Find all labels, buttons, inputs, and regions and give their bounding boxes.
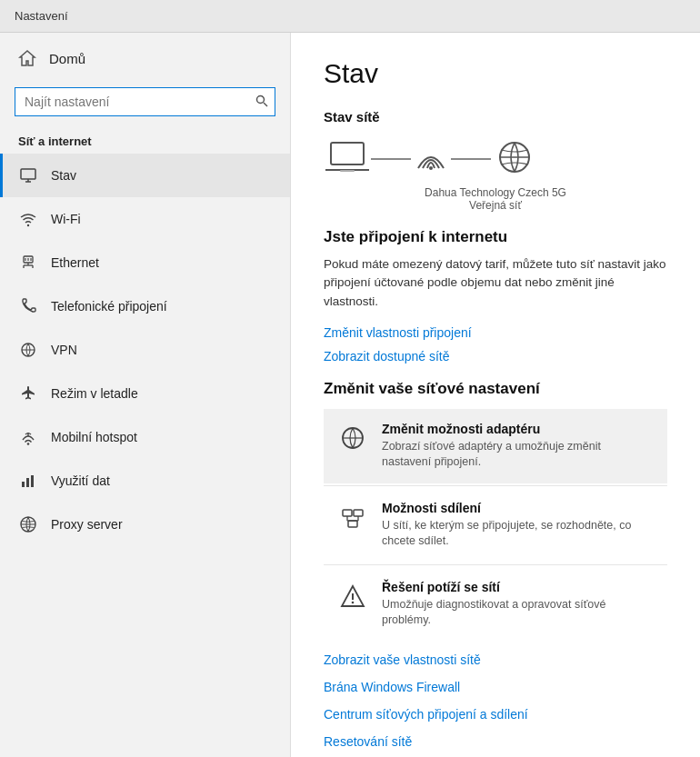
sharing-icon [338,503,367,532]
card-adapter[interactable]: Změnit možnosti adaptéru Zobrazí síťové … [324,409,667,483]
card-sharing-desc: U sítí, ke kterým se připojujete, se roz… [382,518,653,550]
link-show-networks[interactable]: Zobrazit dostupné sítě [324,349,667,364]
network-label: Dahua Technology Czech 5G Veřejná síť [324,186,667,212]
svg-rect-19 [31,475,34,487]
card-troubleshoot-title: Řešení potíží se sítí [382,580,653,594]
vpn-icon [18,340,38,360]
svg-point-5 [27,224,29,226]
nav-item-ethernet[interactable]: Ethernet [0,241,290,284]
connected-title: Jste připojení k internetu [324,228,667,246]
ethernet-icon [18,253,38,273]
svg-rect-32 [348,521,357,527]
sidebar-home-label: Domů [49,51,85,66]
sidebar-home[interactable]: Domů [0,33,290,84]
svg-rect-30 [343,510,352,516]
nav-label-stav: Stav [51,168,76,183]
card-sharing-text: Možnosti sdílení U sítí, ke kterým se př… [382,501,653,550]
bottom-links: Zobrazit vaše vlastnosti sítě Brána Wind… [324,652,667,749]
nav-item-wifi[interactable]: Wi-Fi [0,197,290,241]
svg-rect-24 [340,170,355,172]
nav-label-proxy: Proxy server [51,517,123,532]
svg-rect-22 [331,143,364,164]
nav-label-telefonni: Telefonické připojení [51,299,167,314]
wifi-icon [18,209,38,229]
chart-icon [18,471,38,491]
monitor-icon [18,165,38,185]
card-sharing-title: Možnosti sdílení [382,501,653,515]
nav-item-vpn[interactable]: VPN [0,328,290,372]
nav-label-hotspot: Mobilní hotspot [51,430,137,444]
nav-label-wifi: Wi-Fi [51,212,81,226]
globe-network-icon [491,139,538,179]
nav-item-vyuziti[interactable]: Využití dat [0,459,290,503]
card-troubleshoot[interactable]: Řešení potíží se sítí Umožňuje diagnosti… [324,567,667,642]
svg-point-39 [352,601,355,603]
phone-icon [18,296,38,316]
warning-icon [338,582,367,611]
link-firewall[interactable]: Brána Windows Firewall [324,680,667,694]
title-bar-label: Nastavení [15,9,68,23]
airplane-icon [18,383,38,403]
svg-point-0 [257,95,265,103]
page-title: Stav [324,58,667,89]
svg-line-1 [264,103,267,106]
card-troubleshoot-text: Řešení potíží se sítí Umožňuje diagnosti… [382,580,653,629]
adapter-icon [338,423,367,453]
svg-rect-17 [22,482,25,487]
search-box-wrap [0,84,290,127]
globe-icon [18,514,38,534]
main-content: Stav Stav sítě [291,33,700,757]
network-diagram [324,139,667,179]
search-wrap [15,87,275,116]
svg-rect-18 [26,478,29,487]
divider-1 [324,485,667,486]
svg-rect-2 [21,169,35,179]
link-view-properties[interactable]: Zobrazit vaše vlastnosti sítě [324,652,667,667]
nav-label-vyuziti: Využití dat [51,473,110,488]
hotspot-icon [18,427,38,447]
link-reset-network[interactable]: Resetování sítě [324,734,667,749]
nav-item-telefonni[interactable]: Telefonické připojení [0,284,290,328]
laptop-icon [324,139,371,179]
nav-label-vpn: VPN [51,343,77,357]
change-section-heading: Změnit vaše síťové nastavení [324,380,667,398]
link-change-properties[interactable]: Změnit vlastnosti připojení [324,325,667,340]
nav-label-ethernet: Ethernet [51,255,99,270]
sidebar: Domů Síť a internet [0,33,291,757]
nav-item-hotspot[interactable]: Mobilní hotspot [0,415,290,459]
nav-item-proxy[interactable]: Proxy server [0,503,290,546]
line-1 [371,158,411,160]
svg-rect-31 [354,510,363,516]
svg-point-25 [429,166,433,170]
card-adapter-text: Změnit možnosti adaptéru Zobrazí síťové … [382,422,653,471]
home-icon [18,49,36,67]
divider-2 [324,564,667,565]
sidebar-section-label: Síť a internet [0,127,290,154]
card-adapter-desc: Zobrazí síťové adaptéry a umožňuje změni… [382,439,653,471]
card-troubleshoot-desc: Umožňuje diagnostikovat a opravovat síťo… [382,597,653,629]
link-network-center[interactable]: Centrum síťových připojení a sdílení [324,707,667,722]
network-section-heading: Stav sítě [324,109,667,125]
signal-icon [411,139,451,179]
line-2 [451,158,491,160]
connected-desc: Pokud máte omezený datový tarif, můžete … [324,255,667,311]
nav-item-stav[interactable]: Stav [0,154,290,197]
nav-label-letadlo: Režim v letadle [51,386,138,401]
card-adapter-title: Změnit možnosti adaptéru [382,422,653,436]
search-icon[interactable] [255,95,268,110]
card-sharing[interactable]: Možnosti sdílení U sítí, ke kterým se př… [324,488,667,563]
svg-point-16 [27,443,30,445]
search-input[interactable] [15,87,275,116]
nav-item-letadlo[interactable]: Režim v letadle [0,372,290,415]
title-bar: Nastavení [0,0,700,33]
